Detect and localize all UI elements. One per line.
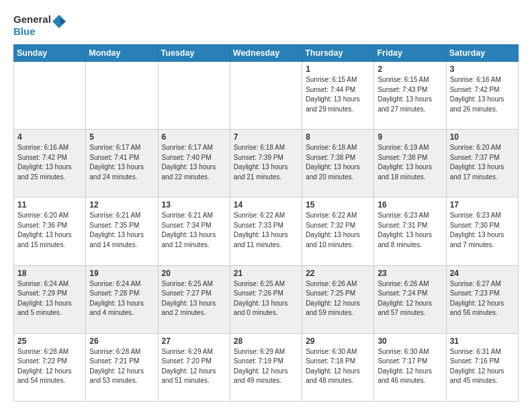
calendar-cell: 22Sunrise: 6:26 AM Sunset: 7:25 PM Dayli… xyxy=(302,265,374,333)
day-info: Sunrise: 6:24 AM Sunset: 7:28 PM Dayligh… xyxy=(89,279,154,318)
calendar-cell: 13Sunrise: 6:21 AM Sunset: 7:34 PM Dayli… xyxy=(158,197,230,265)
day-info: Sunrise: 6:15 AM Sunset: 7:43 PM Dayligh… xyxy=(378,75,442,114)
weekday-header-wednesday: Wednesday xyxy=(230,45,302,62)
calendar-cell: 7Sunrise: 6:18 AM Sunset: 7:39 PM Daylig… xyxy=(230,130,302,197)
calendar-cell: 8Sunrise: 6:18 AM Sunset: 7:38 PM Daylig… xyxy=(302,130,374,197)
day-number: 8 xyxy=(306,132,370,142)
day-info: Sunrise: 6:30 AM Sunset: 7:18 PM Dayligh… xyxy=(306,347,370,386)
day-info: Sunrise: 6:31 AM Sunset: 7:16 PM Dayligh… xyxy=(450,347,515,386)
day-info: Sunrise: 6:20 AM Sunset: 7:36 PM Dayligh… xyxy=(17,211,82,250)
calendar-cell: 24Sunrise: 6:27 AM Sunset: 7:23 PM Dayli… xyxy=(446,265,518,333)
day-number: 13 xyxy=(162,200,226,210)
day-number: 28 xyxy=(234,336,298,346)
day-info: Sunrise: 6:19 AM Sunset: 7:38 PM Dayligh… xyxy=(378,143,442,182)
calendar-cell: 25Sunrise: 6:28 AM Sunset: 7:22 PM Dayli… xyxy=(14,333,86,401)
calendar-cell: 19Sunrise: 6:24 AM Sunset: 7:28 PM Dayli… xyxy=(86,265,158,333)
calendar-cell: 14Sunrise: 6:22 AM Sunset: 7:33 PM Dayli… xyxy=(230,197,302,265)
calendar-cell: 31Sunrise: 6:31 AM Sunset: 7:16 PM Dayli… xyxy=(446,333,518,401)
weekday-header-monday: Monday xyxy=(86,45,158,62)
calendar-cell: 5Sunrise: 6:17 AM Sunset: 7:41 PM Daylig… xyxy=(86,130,158,197)
day-number: 3 xyxy=(450,64,515,74)
calendar-cell: 27Sunrise: 6:29 AM Sunset: 7:20 PM Dayli… xyxy=(158,333,230,401)
calendar-cell xyxy=(14,62,86,130)
day-info: Sunrise: 6:24 AM Sunset: 7:29 PM Dayligh… xyxy=(17,279,82,318)
day-number: 7 xyxy=(234,132,298,142)
logo: General Blue xyxy=(13,12,67,38)
day-number: 6 xyxy=(162,132,226,142)
day-info: Sunrise: 6:22 AM Sunset: 7:33 PM Dayligh… xyxy=(234,211,298,250)
calendar-cell: 9Sunrise: 6:19 AM Sunset: 7:38 PM Daylig… xyxy=(374,130,446,197)
day-number: 26 xyxy=(89,336,154,346)
day-info: Sunrise: 6:23 AM Sunset: 7:31 PM Dayligh… xyxy=(378,211,442,250)
day-number: 20 xyxy=(162,269,226,278)
calendar-week-row: 25Sunrise: 6:28 AM Sunset: 7:22 PM Dayli… xyxy=(14,333,519,401)
day-info: Sunrise: 6:16 AM Sunset: 7:42 PM Dayligh… xyxy=(17,143,82,182)
calendar-cell: 15Sunrise: 6:22 AM Sunset: 7:32 PM Dayli… xyxy=(302,197,374,265)
day-number: 18 xyxy=(17,269,82,278)
day-info: Sunrise: 6:17 AM Sunset: 7:40 PM Dayligh… xyxy=(162,143,226,182)
calendar-cell: 21Sunrise: 6:25 AM Sunset: 7:26 PM Dayli… xyxy=(230,265,302,333)
calendar-cell: 20Sunrise: 6:25 AM Sunset: 7:27 PM Dayli… xyxy=(158,265,230,333)
day-info: Sunrise: 6:26 AM Sunset: 7:24 PM Dayligh… xyxy=(378,279,442,318)
calendar-week-row: 11Sunrise: 6:20 AM Sunset: 7:36 PM Dayli… xyxy=(14,197,519,265)
day-info: Sunrise: 6:21 AM Sunset: 7:34 PM Dayligh… xyxy=(162,211,226,250)
calendar-cell xyxy=(230,62,302,130)
weekday-header-tuesday: Tuesday xyxy=(158,45,230,62)
calendar-week-row: 1Sunrise: 6:15 AM Sunset: 7:44 PM Daylig… xyxy=(14,62,519,130)
day-info: Sunrise: 6:29 AM Sunset: 7:19 PM Dayligh… xyxy=(234,347,298,386)
day-info: Sunrise: 6:18 AM Sunset: 7:38 PM Dayligh… xyxy=(306,143,370,182)
day-info: Sunrise: 6:29 AM Sunset: 7:20 PM Dayligh… xyxy=(162,347,226,386)
day-number: 21 xyxy=(234,269,298,278)
calendar-week-row: 4Sunrise: 6:16 AM Sunset: 7:42 PM Daylig… xyxy=(14,130,519,197)
day-number: 15 xyxy=(306,200,370,210)
day-number: 12 xyxy=(89,200,154,210)
calendar-cell: 2Sunrise: 6:15 AM Sunset: 7:43 PM Daylig… xyxy=(374,62,446,130)
day-number: 22 xyxy=(306,269,370,278)
weekday-header-saturday: Saturday xyxy=(446,45,518,62)
day-info: Sunrise: 6:22 AM Sunset: 7:32 PM Dayligh… xyxy=(306,211,370,250)
calendar-cell: 11Sunrise: 6:20 AM Sunset: 7:36 PM Dayli… xyxy=(14,197,86,265)
day-info: Sunrise: 6:25 AM Sunset: 7:27 PM Dayligh… xyxy=(162,279,226,318)
day-number: 10 xyxy=(450,132,515,142)
day-number: 9 xyxy=(378,132,442,142)
weekday-header-thursday: Thursday xyxy=(302,45,374,62)
day-number: 17 xyxy=(450,200,515,210)
calendar-cell: 23Sunrise: 6:26 AM Sunset: 7:24 PM Dayli… xyxy=(374,265,446,333)
calendar-cell xyxy=(86,62,158,130)
calendar-cell: 29Sunrise: 6:30 AM Sunset: 7:18 PM Dayli… xyxy=(302,333,374,401)
day-number: 4 xyxy=(17,132,82,142)
calendar-cell: 4Sunrise: 6:16 AM Sunset: 7:42 PM Daylig… xyxy=(14,130,86,197)
day-number: 11 xyxy=(17,200,82,210)
weekday-header-friday: Friday xyxy=(374,45,446,62)
calendar-cell: 10Sunrise: 6:20 AM Sunset: 7:37 PM Dayli… xyxy=(446,130,518,197)
day-info: Sunrise: 6:30 AM Sunset: 7:17 PM Dayligh… xyxy=(378,347,442,386)
calendar-cell xyxy=(158,62,230,130)
calendar-week-row: 18Sunrise: 6:24 AM Sunset: 7:29 PM Dayli… xyxy=(14,265,519,333)
day-info: Sunrise: 6:21 AM Sunset: 7:35 PM Dayligh… xyxy=(89,211,154,250)
day-info: Sunrise: 6:25 AM Sunset: 7:26 PM Dayligh… xyxy=(234,279,298,318)
day-number: 25 xyxy=(17,336,82,346)
generalblue-logo: General Blue xyxy=(13,12,67,38)
day-number: 16 xyxy=(378,200,442,210)
svg-text:Blue: Blue xyxy=(13,26,36,37)
day-number: 1 xyxy=(306,64,370,74)
day-number: 27 xyxy=(162,336,226,346)
day-number: 29 xyxy=(306,336,370,346)
day-number: 24 xyxy=(450,269,515,278)
calendar-cell: 28Sunrise: 6:29 AM Sunset: 7:19 PM Dayli… xyxy=(230,333,302,401)
weekday-header-row: SundayMondayTuesdayWednesdayThursdayFrid… xyxy=(14,45,519,62)
weekday-header-sunday: Sunday xyxy=(14,45,86,62)
day-number: 5 xyxy=(89,132,154,142)
day-number: 14 xyxy=(234,200,298,210)
day-number: 2 xyxy=(378,64,442,74)
calendar-cell: 30Sunrise: 6:30 AM Sunset: 7:17 PM Dayli… xyxy=(374,333,446,401)
day-info: Sunrise: 6:16 AM Sunset: 7:42 PM Dayligh… xyxy=(450,75,515,114)
calendar-cell: 3Sunrise: 6:16 AM Sunset: 7:42 PM Daylig… xyxy=(446,62,518,130)
day-number: 23 xyxy=(378,269,442,278)
day-info: Sunrise: 6:20 AM Sunset: 7:37 PM Dayligh… xyxy=(450,143,515,182)
day-info: Sunrise: 6:27 AM Sunset: 7:23 PM Dayligh… xyxy=(450,279,515,318)
day-number: 19 xyxy=(89,269,154,278)
day-info: Sunrise: 6:18 AM Sunset: 7:39 PM Dayligh… xyxy=(234,143,298,182)
calendar-cell: 12Sunrise: 6:21 AM Sunset: 7:35 PM Dayli… xyxy=(86,197,158,265)
day-info: Sunrise: 6:26 AM Sunset: 7:25 PM Dayligh… xyxy=(306,279,370,318)
